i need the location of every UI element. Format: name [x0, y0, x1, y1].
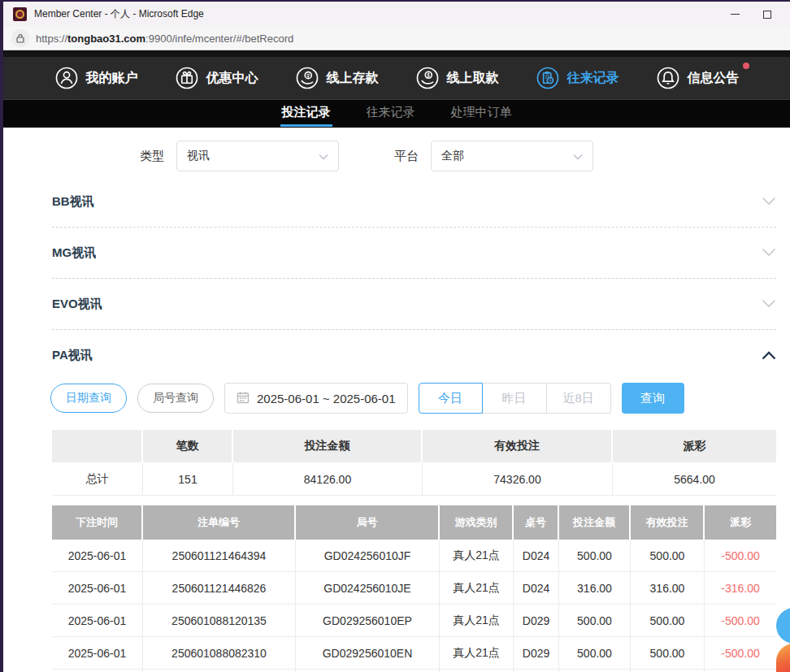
cell-valid-bet: 316.00: [631, 572, 705, 605]
maximize-button[interactable]: [762, 10, 772, 20]
chevron-down-icon[interactable]: [762, 297, 776, 311]
cell-round-no: GD029256010EP: [296, 605, 440, 637]
section-title: PA视讯: [52, 348, 93, 363]
table-row: 2025-06-01 250601121464394 GD024256010JF…: [52, 540, 776, 572]
cell-round-no: GD029256010EN: [296, 637, 440, 670]
section-pa-video[interactable]: PA视讯: [52, 330, 776, 381]
summary-header-payout: 派彩: [613, 430, 776, 462]
search-button[interactable]: 查询: [622, 383, 684, 414]
provider-sections: BB视讯 MG视讯 EVO视讯 PA视讯: [3, 171, 790, 381]
url-path: :9900/infe/mcenter/#/betRecord: [145, 33, 293, 45]
nav-item-my-account[interactable]: 我的账户: [54, 66, 138, 90]
cell-bet-time: 2025-06-01: [52, 572, 143, 605]
maximize-icon: [763, 11, 771, 19]
section-bb-video[interactable]: BB视讯: [52, 176, 776, 228]
chevron-down-icon[interactable]: [762, 194, 776, 209]
query-toolbar: 日期查询 局号查询 2025-06-01 ~ 2025-06-01 今日 昨日 …: [3, 381, 790, 414]
tab-transaction-record[interactable]: 往来记录: [367, 105, 415, 125]
url-domain: tongbao31.com: [67, 33, 145, 45]
cell-table-no: D029: [514, 605, 559, 637]
yesterday-button[interactable]: 昨日: [483, 383, 547, 414]
nav-label: 优惠中心: [206, 70, 258, 87]
detail-header-bet-amount: 投注金额: [559, 505, 631, 540]
type-filter-label: 类型: [140, 149, 164, 164]
platform-select-value: 全部: [441, 149, 464, 163]
cell-bet-amount: 500.00: [559, 637, 631, 670]
main-nav: 我的账户 优惠中心 线上存款 线上取款 往来记录 信息公告: [3, 57, 790, 100]
cell-table-no: D024: [514, 572, 559, 605]
cell-bet-time: 2025-06-01: [52, 605, 143, 637]
summary-header-empty: [52, 430, 143, 462]
tab-bet-record[interactable]: 投注记录: [282, 105, 331, 125]
detail-header-round-no: 局号: [296, 505, 440, 540]
nav-item-deposit[interactable]: 线上存款: [295, 66, 379, 90]
section-mg-video[interactable]: MG视讯: [52, 228, 776, 279]
nav-item-promotions[interactable]: 优惠中心: [175, 66, 258, 90]
type-select-value: 视讯: [187, 149, 210, 163]
date-query-button[interactable]: 日期查询: [50, 384, 127, 413]
chevron-up-icon[interactable]: [762, 349, 776, 363]
summary-total-label: 总计: [52, 462, 143, 495]
url-text[interactable]: https://tongbao31.com:9900/infe/mcenter/…: [36, 33, 293, 45]
cell-bet-amount: 500.00: [559, 540, 631, 572]
detail-header-table-no: 桌号: [514, 505, 559, 540]
summary-table: 笔数 投注金额 有效投注 派彩 总计 151 84126.00 74326.00…: [52, 430, 776, 496]
cell-order-no: 250601088120135: [143, 605, 296, 637]
summary-header-valid-bet: 有效投注: [423, 430, 613, 462]
nav-label: 信息公告: [688, 70, 740, 87]
chevron-down-icon: [573, 149, 583, 163]
summary-valid-bet-value: 74326.00: [423, 462, 613, 495]
cell-round-no: GD024256010JE: [296, 572, 440, 605]
cell-game-type: 真人21点: [440, 572, 514, 605]
detail-header-bet-time: 下注时间: [52, 505, 143, 540]
cell-game-type: 真人21点: [440, 540, 514, 572]
section-title: EVO视讯: [52, 297, 102, 312]
url-bar[interactable]: https://tongbao31.com:9900/infe/mcenter/…: [3, 27, 790, 50]
minimize-icon: [731, 14, 740, 15]
minimize-button[interactable]: [730, 10, 740, 20]
window-title: Member Center - 个人 - Microsoft Edge: [34, 7, 730, 21]
cell-payout: -500.00: [705, 637, 776, 670]
chevron-down-icon[interactable]: [762, 245, 776, 260]
nav-item-transaction-records[interactable]: 往来记录: [536, 66, 619, 90]
filter-row: 类型 视讯 平台 全部: [3, 128, 790, 171]
section-evo-video[interactable]: EVO视讯: [52, 279, 776, 330]
window-titlebar: Member Center - 个人 - Microsoft Edge: [3, 2, 790, 27]
cell-bet-time: 2025-06-01: [52, 540, 143, 572]
nav-item-withdraw[interactable]: 线上取款: [415, 66, 499, 90]
recent8days-button[interactable]: 近8日: [547, 383, 611, 414]
page-content: 类型 视讯 平台 全部 BB视讯 MG视讯 EVO视讯: [3, 128, 790, 672]
cell-valid-bet: 500.00: [631, 540, 705, 572]
cell-payout: -500.00: [705, 540, 776, 572]
user-icon: [54, 66, 79, 90]
nav-label: 我的账户: [86, 70, 138, 87]
cell-bet-time: 2025-06-01: [52, 637, 143, 670]
bell-icon: [656, 66, 680, 90]
summary-bet-amount-value: 84126.00: [233, 462, 423, 495]
summary-total-row: 总计 151 84126.00 74326.00 5664.00: [52, 462, 776, 495]
round-query-button[interactable]: 局号查询: [137, 384, 214, 413]
date-range-value: 2025-06-01 ~ 2025-06-01: [257, 392, 396, 405]
detail-header-payout: 派彩: [705, 505, 776, 540]
date-range-picker[interactable]: 2025-06-01 ~ 2025-06-01: [224, 383, 408, 414]
detail-header-row: 下注时间 注单编号 局号 游戏类别 桌号 投注金额 有效投注 派彩: [52, 505, 776, 540]
cell-bet-amount: 500.00: [559, 605, 631, 637]
summary-header-bet-amount: 投注金额: [233, 430, 423, 462]
detail-header-game-type: 游戏类别: [440, 505, 514, 540]
cell-order-no: 250601121446826: [143, 572, 296, 605]
detail-table: 下注时间 注单编号 局号 游戏类别 桌号 投注金额 有效投注 派彩 2025-0…: [52, 505, 776, 672]
quick-date-group: 今日 昨日 近8日: [419, 383, 611, 414]
lock-icon[interactable]: [11, 29, 29, 47]
page-top-strip: [3, 50, 790, 57]
type-select[interactable]: 视讯: [176, 141, 339, 171]
cell-game-type: 真人21点: [440, 605, 514, 637]
cell-table-no: D029: [514, 637, 559, 670]
nav-item-announcements[interactable]: 信息公告: [656, 66, 740, 90]
tab-pending-orders[interactable]: 处理中订单: [451, 105, 512, 125]
today-button[interactable]: 今日: [419, 383, 483, 414]
cell-bet-amount: 316.00: [559, 572, 631, 605]
platform-select[interactable]: 全部: [431, 141, 593, 171]
calendar-icon: [237, 391, 250, 406]
site-favicon-icon: [13, 7, 27, 21]
cell-valid-bet: 500.00: [631, 605, 705, 637]
